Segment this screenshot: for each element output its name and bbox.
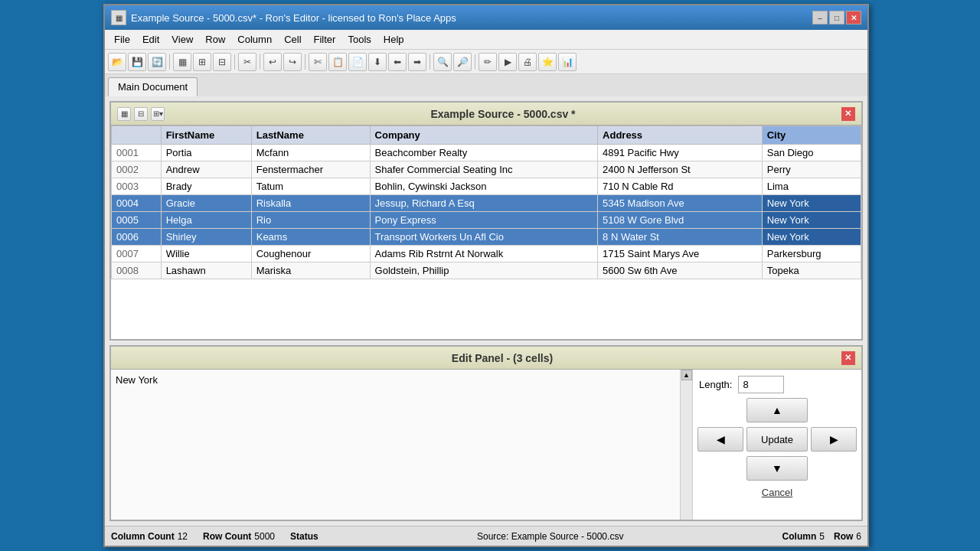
table-cell[interactable]: 5600 Sw 6th Ave — [598, 262, 763, 279]
tb-nav1-button[interactable]: ⬅ — [388, 53, 407, 71]
cancel-button[interactable]: Cancel — [760, 485, 794, 500]
menu-view[interactable]: View — [165, 31, 199, 47]
tb-open-button[interactable]: 📂 — [108, 53, 126, 71]
table-cell[interactable]: Portia — [161, 145, 251, 161]
table-cell[interactable]: Riskalla — [251, 195, 370, 212]
table-cell[interactable]: 710 N Cable Rd — [598, 178, 763, 195]
table-cell[interactable]: 0008 — [112, 262, 162, 279]
tb-grid1-button[interactable]: ▦ — [173, 53, 191, 71]
tb-star-button[interactable]: ⭐ — [538, 53, 557, 71]
table-cell[interactable]: 0006 — [112, 229, 162, 246]
table-row[interactable]: 0007WillieCoughenourAdams Rib Rstrnt At … — [112, 246, 861, 262]
table-cell[interactable]: Beachcomber Realty — [370, 145, 597, 161]
table-cell[interactable]: Tatum — [251, 178, 370, 195]
table-cell[interactable]: Mariska — [251, 262, 370, 279]
table-cell[interactable]: New York — [762, 229, 861, 246]
tb-refresh-button[interactable]: 🔄 — [148, 53, 166, 71]
table-cell[interactable]: Willie — [161, 246, 251, 262]
table-cell[interactable]: Transport Workers Un Afl Cio — [370, 229, 597, 246]
table-cell[interactable]: San Diego — [762, 145, 861, 161]
table-cell[interactable]: Bohlin, Cywinski Jackson — [370, 178, 597, 195]
table-cell[interactable]: 2400 N Jefferson St — [598, 161, 763, 178]
menu-help[interactable]: Help — [377, 31, 410, 47]
tb-nav2-button[interactable]: ➡ — [408, 53, 426, 71]
table-cell[interactable]: Fenstermacher — [251, 161, 370, 178]
table-cell[interactable]: Lashawn — [161, 262, 251, 279]
up-button[interactable]: ▲ — [746, 398, 808, 422]
tb-arrow-button[interactable]: ▶ — [498, 53, 517, 71]
panel-grid2-button[interactable]: ⊟ — [134, 107, 148, 121]
table-cell[interactable]: 0005 — [112, 212, 162, 229]
table-cell[interactable]: Topeka — [762, 262, 861, 279]
table-cell[interactable]: 5108 W Gore Blvd — [598, 212, 763, 229]
close-button[interactable]: ✕ — [846, 11, 861, 24]
table-cell[interactable]: Perry — [762, 161, 861, 178]
menu-row[interactable]: Row — [199, 31, 231, 47]
tb-grid2-button[interactable]: ⊞ — [193, 53, 211, 71]
table-row[interactable]: 0002AndrewFenstermacherShafer Commercial… — [112, 161, 861, 178]
table-row[interactable]: 0001PortiaMcfannBeachcomber Realty4891 P… — [112, 145, 861, 161]
length-input[interactable] — [738, 376, 784, 393]
table-cell[interactable]: Adams Rib Rstrnt At Norwalk — [370, 246, 597, 262]
tb-paste2-button[interactable]: ⬇ — [368, 53, 387, 71]
table-row[interactable]: 0004GracieRiskallaJessup, Richard A Esq5… — [112, 195, 861, 212]
table-cell[interactable]: New York — [762, 195, 861, 212]
menu-file[interactable]: File — [108, 31, 136, 47]
tab-main-document[interactable]: Main Document — [108, 77, 198, 96]
table-cell[interactable]: 0007 — [112, 246, 162, 262]
table-cell[interactable]: Helga — [161, 212, 251, 229]
tb-edit-button[interactable]: ✏ — [479, 53, 497, 71]
table-cell[interactable]: Rio — [251, 212, 370, 229]
tb-copy-button[interactable]: 📋 — [328, 53, 347, 71]
tb-print-button[interactable]: 🖨 — [518, 53, 537, 71]
scroll-up-arrow[interactable]: ▲ — [681, 370, 692, 380]
table-cell[interactable]: 0002 — [112, 161, 162, 178]
table-cell[interactable]: 0004 — [112, 195, 162, 212]
table-cell[interactable]: Mcfann — [251, 145, 370, 161]
menu-filter[interactable]: Filter — [308, 31, 342, 47]
minimize-button[interactable]: – — [812, 11, 828, 24]
prev-button[interactable]: ◀ — [697, 427, 743, 452]
tb-search-button[interactable]: 🔍 — [433, 53, 452, 71]
data-table[interactable]: FirstName LastName Company Address City … — [111, 126, 861, 339]
update-button[interactable]: Update — [746, 427, 808, 452]
table-cell[interactable]: 0001 — [112, 145, 162, 161]
next-button[interactable]: ▶ — [811, 427, 857, 452]
table-cell[interactable]: Gracie — [161, 195, 251, 212]
tb-redo-button[interactable]: ↪ — [283, 53, 302, 71]
table-cell[interactable]: Shirley — [161, 229, 251, 246]
tb-export-button[interactable]: 📊 — [558, 53, 577, 71]
down-button[interactable]: ▼ — [746, 456, 808, 481]
tb-undo-button[interactable]: ↩ — [263, 53, 282, 71]
menu-cell[interactable]: Cell — [278, 31, 307, 47]
edit-panel-close-button[interactable]: ✕ — [841, 351, 855, 365]
tb-paste-button[interactable]: 📄 — [348, 53, 367, 71]
table-cell[interactable]: Brady — [161, 178, 251, 195]
table-cell[interactable]: Pony Express — [370, 212, 597, 229]
table-cell[interactable]: Lima — [762, 178, 861, 195]
table-cell[interactable]: 5345 Madison Ave — [598, 195, 763, 212]
table-cell[interactable]: 8 N Water St — [598, 229, 763, 246]
table-cell[interactable]: Parkersburg — [762, 246, 861, 262]
table-cell[interactable]: Coughenour — [251, 246, 370, 262]
table-row[interactable]: 0006ShirleyKeamsTransport Workers Un Afl… — [112, 229, 861, 246]
menu-column[interactable]: Column — [231, 31, 278, 47]
table-cell[interactable]: 1715 Saint Marys Ave — [598, 246, 763, 262]
panel-grid3-button[interactable]: ⊞▾ — [151, 107, 165, 121]
tb-save-button[interactable]: 💾 — [128, 53, 146, 71]
maximize-button[interactable]: □ — [829, 11, 844, 24]
table-cell[interactable]: Goldstein, Phillip — [370, 262, 597, 279]
menu-tools[interactable]: Tools — [341, 31, 377, 47]
table-cell[interactable]: Jessup, Richard A Esq — [370, 195, 597, 212]
table-cell[interactable]: 4891 Pacific Hwy — [598, 145, 763, 161]
table-cell[interactable]: Andrew — [161, 161, 251, 178]
panel-grid1-button[interactable]: ▦ — [117, 107, 131, 121]
table-panel-close-button[interactable]: ✕ — [841, 107, 855, 121]
tb-delete-button[interactable]: ✂ — [238, 53, 256, 71]
table-row[interactable]: 0005HelgaRioPony Express5108 W Gore Blvd… — [112, 212, 861, 229]
table-cell[interactable]: New York — [762, 212, 861, 229]
table-cell[interactable]: Shafer Commercial Seating Inc — [370, 161, 597, 178]
table-row[interactable]: 0003BradyTatumBohlin, Cywinski Jackson71… — [112, 178, 861, 195]
table-cell[interactable]: Keams — [251, 229, 370, 246]
tb-cut-button[interactable]: ✄ — [309, 53, 327, 71]
